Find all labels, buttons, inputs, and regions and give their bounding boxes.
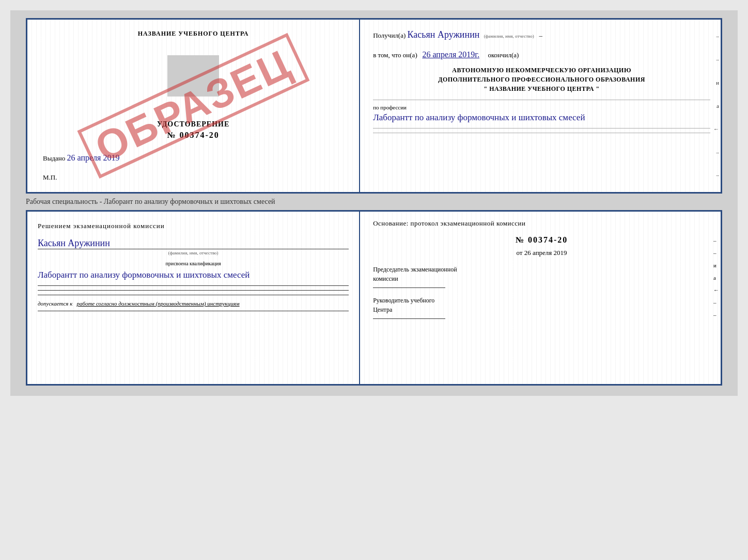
bottom-fio: Касьян Аружинин [38, 238, 110, 248]
line-sep-2 [38, 290, 349, 291]
dopusk-text: работе согласно должностным (производств… [77, 300, 240, 307]
line-sep-4 [38, 311, 349, 311]
cert-number-top: № 00374-20 [167, 131, 219, 139]
rukovoditel-line1: Руководитель учебного [373, 296, 710, 305]
prisvoena-label: присвоена квалификация [38, 261, 349, 266]
center-title-top: НАЗВАНИЕ УЧЕБНОГО ЦЕНТРА [138, 30, 249, 38]
poluchil-fio: Касьян Аружинин [408, 29, 480, 40]
line-sep-3 [38, 295, 349, 295]
rukovoditel-block: Руководитель учебного Центра [373, 296, 710, 319]
cert-bottom-left: Решением экзаменационной комиссии Касьян… [27, 212, 360, 384]
ot-label: от [517, 249, 523, 257]
vtom-date: 26 апреля 2019г. [422, 50, 479, 59]
vtom-line: в том, что он(а) 26 апреля 2019г. окончи… [373, 50, 710, 59]
org-block: АВТОНОМНУЮ НЕКОММЕРЧЕСКУЮ ОРГАНИЗАЦИЮ ДО… [373, 66, 710, 93]
right-marks-bottom: – – и а ← – – [713, 237, 719, 318]
ot-date-block: от 26 апреля 2019 [373, 249, 710, 257]
vtom-label: в том, что он(а) [373, 51, 417, 59]
vydano-label: Выдано [43, 154, 65, 162]
line-sep-1 [38, 285, 349, 286]
fio-line-bottom: Касьян Аружинин [38, 238, 349, 249]
specialty-label: Рабочая специальность - Лаборант по анал… [26, 198, 275, 205]
top-certificate: НАЗВАНИЕ УЧЕБНОГО ЦЕНТРА ОБРАЗЕЦ УДОСТОВ… [26, 18, 722, 194]
professii-text: Лаборантт по анализу формовочных и шихто… [373, 111, 710, 124]
udostoverenie-box: УДОСТОВЕРЕНИЕ № 00374-20 [157, 120, 229, 140]
mp-line: М.П. [38, 173, 349, 182]
photo-placeholder [167, 55, 219, 97]
predsedatel-sig-line [373, 287, 445, 288]
kvali-fio: Касьян Аружинин (фамилия, имя, отчество) [38, 238, 349, 255]
ot-date: 26 апреля 2019 [524, 249, 567, 257]
okonchil-label: окончил(а) [488, 51, 519, 59]
dopuskaetsya-label: допускается к [38, 300, 72, 307]
professii-block: по профессии Лаборантт по анализу формов… [373, 104, 710, 124]
fio-sub-bottom: (фамилия, имя, отчество) [38, 250, 349, 255]
org-line2: ДОПОЛНИТЕЛЬНОГО ПРОФЕССИОНАЛЬНОГО ОБРАЗО… [373, 75, 710, 84]
vydano-date: 26 апреля 2019 [67, 153, 120, 162]
osnovaniye-title: Основание: протокол экзаменационной коми… [373, 219, 710, 228]
fio-sub-top: (фамилия, имя, отчество) [484, 34, 534, 39]
bottom-certificate: Решением экзаменационной комиссии Касьян… [26, 210, 722, 386]
resheniem-title: Решением экзаменационной комиссии [38, 222, 349, 230]
right-lines-top: – – и а ← – – [708, 20, 721, 192]
cert-top-right: Получил(а) Касьян Аружинин (фамилия, имя… [360, 20, 721, 192]
rukovoditel-sig-line [373, 318, 445, 319]
rukovoditel-line2: Центра [373, 305, 710, 314]
professii-label: по профессии [373, 104, 710, 110]
spacer-label: Рабочая специальность - Лаборант по анал… [26, 194, 722, 210]
kvali-text: Лаборантт по анализу формовочных и шихто… [38, 270, 250, 280]
mp-label: М.П. [43, 173, 57, 181]
org-line1: АВТОНОМНУЮ НЕКОММЕРЧЕСКУЮ ОРГАНИЗАЦИЮ [373, 66, 710, 75]
poluchil-label: Получил(а) [373, 31, 406, 39]
dopuskaetsya-block: допускается к работе согласно должностны… [38, 300, 349, 307]
org-line3: " НАЗВАНИЕ УЧЕБНОГО ЦЕНТРА " [373, 84, 710, 93]
udostoverenie-label: УДОСТОВЕРЕНИЕ [157, 120, 229, 129]
protocol-number: № 00374-20 [373, 235, 710, 245]
cert-bottom-right: Основание: протокол экзаменационной коми… [360, 212, 721, 384]
prisvoena-block: присвоена квалификация Лаборантт по анал… [38, 261, 349, 281]
page-wrapper: НАЗВАНИЕ УЧЕБНОГО ЦЕНТРА ОБРАЗЕЦ УДОСТОВ… [10, 10, 738, 396]
poluchil-line: Получил(а) Касьян Аружинин (фамилия, имя… [373, 27, 710, 42]
predsedatel-line2: комиссии [373, 274, 710, 283]
predsedatel-block: Председатель экзаменационной комиссии [373, 265, 710, 288]
cert-top-left: НАЗВАНИЕ УЧЕБНОГО ЦЕНТРА ОБРАЗЕЦ УДОСТОВ… [27, 20, 360, 192]
vydano-line: Выдано 26 апреля 2019 [38, 148, 349, 165]
predsedatel-line1: Председатель экзаменационной [373, 265, 710, 274]
